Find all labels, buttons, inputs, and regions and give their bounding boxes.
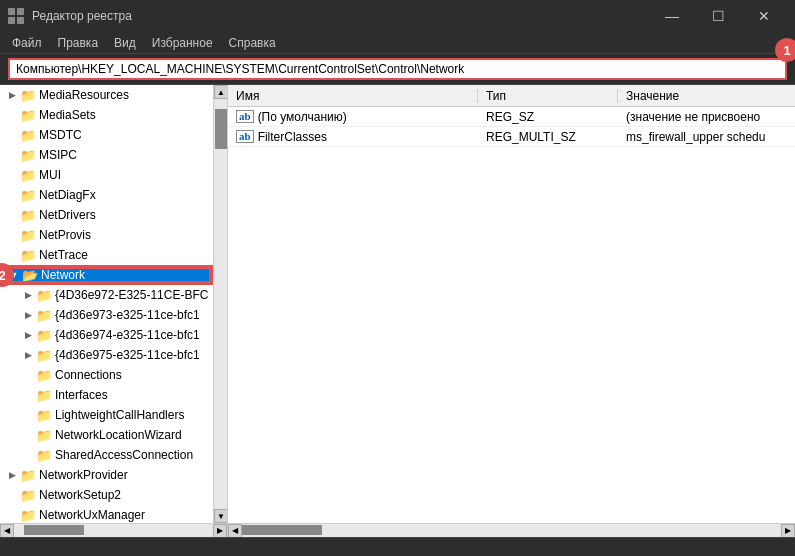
right-h-scroll-track xyxy=(242,524,781,538)
address-bar: 1 xyxy=(0,54,795,85)
menu-favorites[interactable]: Избранное xyxy=(144,34,221,52)
menu-edit[interactable]: Правка xyxy=(50,34,107,52)
h-scroll-left-btn[interactable]: ◀ xyxy=(0,524,14,538)
folder-icon: 📁 xyxy=(20,128,36,142)
cell-value-0: (значение не присвоено xyxy=(618,110,795,124)
folder-icon: 📁 xyxy=(36,448,52,462)
tree-item-network[interactable]: ▼ 📂 Network xyxy=(0,265,213,285)
menu-view[interactable]: Вид xyxy=(106,34,144,52)
scroll-thumb[interactable] xyxy=(215,109,227,149)
tree-item-guid4[interactable]: ▶ 📁 {4d36e975-e325-11ce-bfc1 xyxy=(0,345,213,365)
folder-icon: 📁 xyxy=(20,488,36,502)
tree-label: MediaResources xyxy=(39,88,129,102)
tree-item-netlocationwizard[interactable]: ▶ 📁 NetworkLocationWizard xyxy=(0,425,213,445)
badge-1: 1 xyxy=(775,38,795,62)
expand-guid2[interactable]: ▶ xyxy=(20,307,36,323)
h-scroll-thumb[interactable] xyxy=(24,525,84,535)
tree-label: {4d36e974-e325-11ce-bfc1 xyxy=(55,328,200,342)
tree-item-guid2[interactable]: ▶ 📁 {4d36e973-e325-11ce-bfc1 xyxy=(0,305,213,325)
folder-icon: 📁 xyxy=(36,408,52,422)
table-body: ab (По умолчанию) REG_SZ (значение не пр… xyxy=(228,107,795,523)
table-row[interactable]: ab FilterClasses REG_MULTI_SZ ms_firewal… xyxy=(228,127,795,147)
network-wrapper: ▼ 📂 Network 2 xyxy=(0,265,213,285)
tree-label: LightweightCallHandlers xyxy=(55,408,184,422)
tree-item-msdtc[interactable]: ▶ 📁 MSDTC xyxy=(0,125,213,145)
table-header: Имя Тип Значение xyxy=(228,85,795,107)
h-scroll-track xyxy=(14,524,213,538)
title-bar: Редактор реестра — ☐ ✕ xyxy=(0,0,795,32)
tree-label: NetworkLocationWizard xyxy=(55,428,182,442)
tree-label-interfaces: Interfaces xyxy=(55,388,108,402)
window-controls: — ☐ ✕ xyxy=(649,0,787,32)
tree-item-mediasets[interactable]: ▶ 📁 MediaSets xyxy=(0,105,213,125)
folder-icon: 📁 xyxy=(20,468,36,482)
tree-pane: ▶ 📁 MediaResources ▶ 📁 MediaSets ▶ 📁 MSD… xyxy=(0,85,228,537)
tree-item-mui[interactable]: ▶ 📁 MUI xyxy=(0,165,213,185)
tree-item-interfaces[interactable]: ▶ 📁 Interfaces xyxy=(0,385,213,405)
expand-guid4[interactable]: ▶ xyxy=(20,347,36,363)
folder-icon: 📁 xyxy=(20,208,36,222)
folder-icon: 📁 xyxy=(20,508,36,522)
scroll-up-btn[interactable]: ▲ xyxy=(214,85,227,99)
folder-icon: 📁 xyxy=(36,288,52,302)
expand-mediaresources[interactable]: ▶ xyxy=(4,87,20,103)
address-input[interactable] xyxy=(8,58,787,80)
right-h-scroll-thumb[interactable] xyxy=(242,525,322,535)
tree-label: Connections xyxy=(55,368,122,382)
tree-label: MediaSets xyxy=(39,108,96,122)
tree-item-msipc[interactable]: ▶ 📁 MSIPC xyxy=(0,145,213,165)
menu-file[interactable]: Файл xyxy=(4,34,50,52)
tree-item-networkprovider[interactable]: ▶ 📁 NetworkProvider xyxy=(0,465,213,485)
tree-item-connections[interactable]: ▶ 📁 Connections xyxy=(0,365,213,385)
tree-item-netdiagfx[interactable]: ▶ 📁 NetDiagFx xyxy=(0,185,213,205)
expand-networkprovider[interactable]: ▶ xyxy=(4,467,20,483)
expand-guid1[interactable]: ▶ xyxy=(20,287,36,303)
tree-item-netdrivers[interactable]: ▶ 📁 NetDrivers xyxy=(0,205,213,225)
tree-label: MUI xyxy=(39,168,61,182)
tree-item-mediaresources[interactable]: ▶ 📁 MediaResources xyxy=(0,85,213,105)
tree-item-sharedaccess[interactable]: ▶ 📁 SharedAccessConnection xyxy=(0,445,213,465)
h-scroll-right-btn[interactable]: ▶ xyxy=(213,524,227,538)
status-bar xyxy=(0,537,795,556)
scroll-down-btn[interactable]: ▼ xyxy=(214,509,227,523)
right-scrollbar-h[interactable]: ◀ ▶ xyxy=(228,523,795,537)
tree-label: {4D36e972-E325-11CE-BFC xyxy=(55,288,208,302)
tree-item-lwchandlers[interactable]: ▶ 📁 LightweightCallHandlers xyxy=(0,405,213,425)
tree-item-guid3[interactable]: ▶ 📁 {4d36e974-e325-11ce-bfc1 xyxy=(0,325,213,345)
cell-name-1: ab FilterClasses xyxy=(228,130,478,144)
tree-item-netprovis[interactable]: ▶ 📁 NetProvis xyxy=(0,225,213,245)
col-header-value: Значение xyxy=(618,89,795,103)
tree-scrollbar-v[interactable]: ▲ ▼ xyxy=(213,85,227,523)
right-pane: Имя Тип Значение ab (По умолчанию) REG_S… xyxy=(228,85,795,537)
folder-icon: 📁 xyxy=(36,368,52,382)
right-h-scroll-left-btn[interactable]: ◀ xyxy=(228,524,242,538)
tree-label-network: Network xyxy=(41,268,85,282)
tree-scroll: ▶ 📁 MediaResources ▶ 📁 MediaSets ▶ 📁 MSD… xyxy=(0,85,227,523)
tree-item-networksetup2[interactable]: ▶ 📁 NetworkSetup2 xyxy=(0,485,213,505)
menu-help[interactable]: Справка xyxy=(221,34,284,52)
app-icon xyxy=(8,8,24,24)
app-title: Редактор реестра xyxy=(32,9,649,23)
maximize-button[interactable]: ☐ xyxy=(695,0,741,32)
tree-item-networkuxmanager[interactable]: ▶ 📁 NetworkUxManager xyxy=(0,505,213,523)
folder-icon: 📁 xyxy=(20,188,36,202)
reg-icon: ab xyxy=(236,130,254,143)
tree-scrollbar-h[interactable]: ◀ ▶ xyxy=(0,523,227,537)
scroll-track-space xyxy=(214,99,227,509)
tree-item-nettrace[interactable]: ▶ 📁 NetTrace xyxy=(0,245,213,265)
folder-icon: 📁 xyxy=(20,248,36,262)
tree-item-guid1[interactable]: ▶ 📁 {4D36e972-E325-11CE-BFC xyxy=(0,285,213,305)
tree-label: MSDTC xyxy=(39,128,82,142)
tree-label: NetDrivers xyxy=(39,208,96,222)
row-name-1: FilterClasses xyxy=(258,130,327,144)
expand-guid3[interactable]: ▶ xyxy=(20,327,36,343)
close-button[interactable]: ✕ xyxy=(741,0,787,32)
cell-type-1: REG_MULTI_SZ xyxy=(478,130,618,144)
table-row[interactable]: ab (По умолчанию) REG_SZ (значение не пр… xyxy=(228,107,795,127)
minimize-button[interactable]: — xyxy=(649,0,695,32)
col-header-type: Тип xyxy=(478,89,618,103)
menu-bar: Файл Правка Вид Избранное Справка xyxy=(0,32,795,54)
folder-icon: 📁 xyxy=(20,228,36,242)
right-h-scroll-right-btn[interactable]: ▶ xyxy=(781,524,795,538)
folder-icon: 📁 xyxy=(36,308,52,322)
